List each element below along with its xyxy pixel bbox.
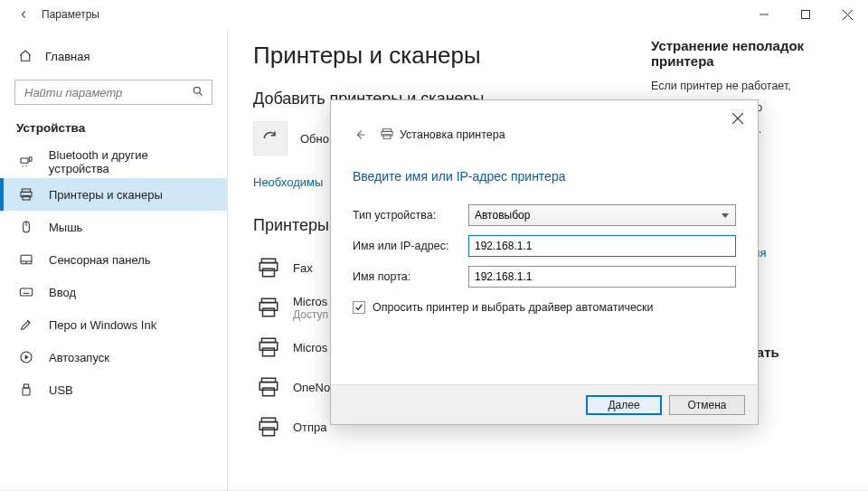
printer-device-icon	[253, 296, 284, 319]
svg-rect-33	[263, 308, 275, 316]
sidebar-item-label: Автозапуск	[36, 351, 109, 364]
svg-rect-47	[383, 134, 391, 138]
dialog-subheading: Введите имя или IP-адрес принтера	[331, 149, 758, 200]
keyboard-icon	[16, 285, 36, 299]
dialog-close-button[interactable]	[727, 108, 749, 129]
home-icon	[16, 49, 34, 63]
sidebar-item-usb[interactable]: USB	[0, 373, 227, 406]
sidebar-section-title: Устройства	[0, 121, 227, 146]
maximize-button[interactable]	[785, 0, 826, 29]
printer-item-sub: Доступ	[293, 308, 328, 321]
search-box[interactable]	[14, 80, 212, 105]
svg-rect-30	[263, 269, 275, 277]
home-nav[interactable]: Главная	[0, 42, 227, 71]
sidebar-item-bluetooth[interactable]: Bluetooth и другие устройства	[0, 146, 227, 178]
printer-wizard-icon	[380, 127, 394, 144]
sidebar-item-mouse[interactable]: Мышь	[0, 211, 227, 243]
auto-detect-label: Опросить принтер и выбрать драйвер автом…	[373, 301, 654, 314]
printer-device-icon	[253, 335, 284, 359]
device-type-select[interactable]: Автовыбор	[468, 204, 736, 226]
svg-rect-18	[20, 288, 32, 296]
minimize-button[interactable]	[743, 0, 785, 29]
svg-point-4	[193, 87, 200, 93]
sidebar-item-label: USB	[36, 383, 73, 397]
field-port-label: Имя порта:	[353, 270, 468, 283]
titlebar: Параметры	[0, 0, 868, 29]
svg-rect-6	[21, 158, 28, 163]
svg-rect-26	[24, 384, 28, 388]
sidebar-item-label: Bluetooth и другие устройства	[36, 148, 211, 175]
svg-rect-42	[263, 428, 275, 436]
printer-item-label: Micros	[284, 341, 327, 354]
svg-rect-36	[263, 348, 275, 356]
close-button[interactable]	[826, 0, 868, 29]
printer-device-icon	[253, 415, 284, 439]
printer-icon	[16, 187, 36, 202]
sidebar-item-typing[interactable]: Ввод	[0, 276, 227, 308]
bluetooth-icon	[16, 155, 36, 169]
cancel-button[interactable]: Отмена	[669, 395, 745, 415]
svg-rect-7	[29, 157, 32, 162]
sidebar-item-label: Мышь	[36, 221, 82, 234]
port-name-input[interactable]	[468, 266, 736, 288]
window-title: Параметры	[36, 8, 99, 21]
printer-item-label: OneNo	[284, 381, 330, 394]
back-button[interactable]	[11, 2, 36, 27]
sidebar-item-label: Перо и Windows Ink	[36, 318, 156, 332]
settings-window: Параметры Главная	[0, 0, 868, 491]
svg-rect-1	[802, 11, 810, 19]
sidebar-item-printers[interactable]: Принтеры и сканеры	[0, 178, 227, 211]
aside-text: Если принтер не работает,	[651, 78, 841, 94]
svg-rect-39	[263, 388, 275, 396]
mouse-icon	[16, 220, 36, 234]
usb-icon	[16, 382, 36, 397]
svg-rect-12	[23, 195, 30, 200]
printer-device-icon	[253, 256, 284, 279]
field-host-label: Имя или IP-адрес:	[353, 240, 468, 252]
printer-item-label: Отпра	[284, 420, 327, 434]
autoplay-icon	[16, 350, 36, 364]
printer-item-label: Micros	[293, 295, 328, 308]
touchpad-icon	[16, 252, 36, 267]
sidebar-item-touchpad[interactable]: Сенсорная панель	[0, 243, 227, 276]
sidebar-item-label: Принтеры и сканеры	[36, 188, 163, 202]
auto-detect-checkbox[interactable]	[353, 301, 365, 314]
printer-item-label: Fax	[284, 261, 313, 275]
sidebar-item-label: Сенсорная панель	[36, 253, 151, 267]
svg-rect-27	[23, 388, 30, 395]
sidebar-item-pen[interactable]: Перо и Windows Ink	[0, 308, 227, 341]
refresh-icon[interactable]	[253, 121, 288, 156]
field-type-label: Тип устройства:	[353, 209, 468, 222]
sidebar: Главная Устройства Bluetooth и другие ус…	[0, 29, 228, 490]
dialog-back-button[interactable]	[349, 124, 371, 146]
search-icon	[192, 85, 204, 100]
printer-device-icon	[253, 375, 284, 399]
pen-icon	[16, 317, 36, 332]
add-printer-dialog: Установка принтера Введите имя или IP-ад…	[330, 99, 759, 425]
next-button[interactable]: Далее	[586, 395, 662, 415]
aside-troubleshoot-title: Устранение неполадок принтера	[651, 38, 841, 69]
refresh-label: Обно	[288, 132, 329, 146]
page-title: Принтеры и сканеры	[253, 42, 633, 70]
hostname-input[interactable]	[468, 235, 736, 257]
home-label: Главная	[34, 50, 90, 63]
svg-marker-25	[25, 354, 29, 359]
sidebar-item-autoplay[interactable]: Автозапуск	[0, 341, 227, 373]
svg-line-5	[200, 92, 203, 95]
dialog-title: Установка принтера	[400, 128, 505, 141]
sidebar-item-label: Ввод	[36, 286, 76, 299]
search-input[interactable]	[23, 85, 192, 100]
